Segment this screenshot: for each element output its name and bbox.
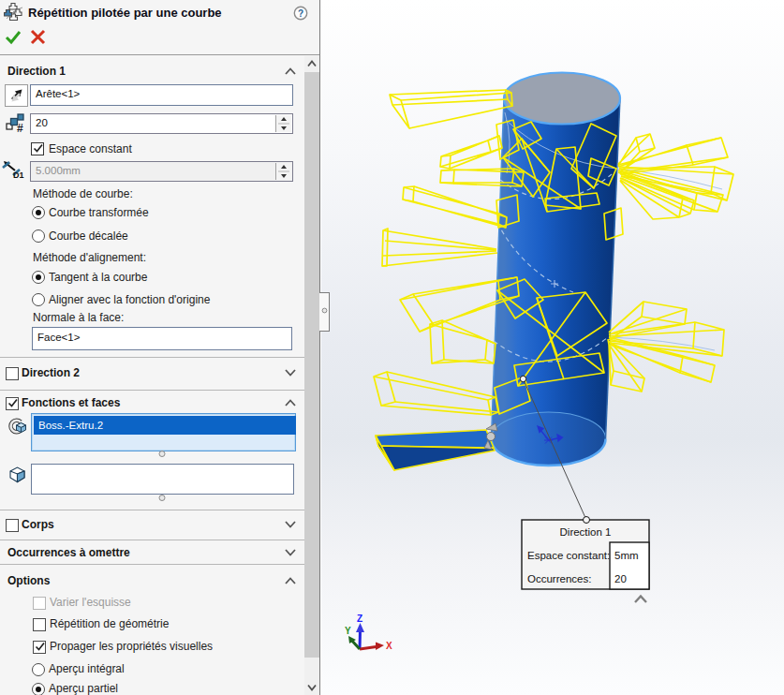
svg-text:X: X <box>386 641 392 651</box>
svg-text:Z: Z <box>357 614 362 624</box>
svg-text:Occurrences:: Occurrences: <box>527 573 591 584</box>
svg-text:20: 20 <box>614 573 627 584</box>
svg-text:D1: D1 <box>13 170 24 180</box>
svg-text:?: ? <box>298 8 303 19</box>
svg-text:Direction 1: Direction 1 <box>560 526 612 538</box>
svg-text:Espace constant:: Espace constant: <box>527 550 610 561</box>
svg-text:#: # <box>17 122 23 133</box>
svg-text:Y: Y <box>345 626 351 636</box>
svg-text:5mm: 5mm <box>614 550 639 561</box>
